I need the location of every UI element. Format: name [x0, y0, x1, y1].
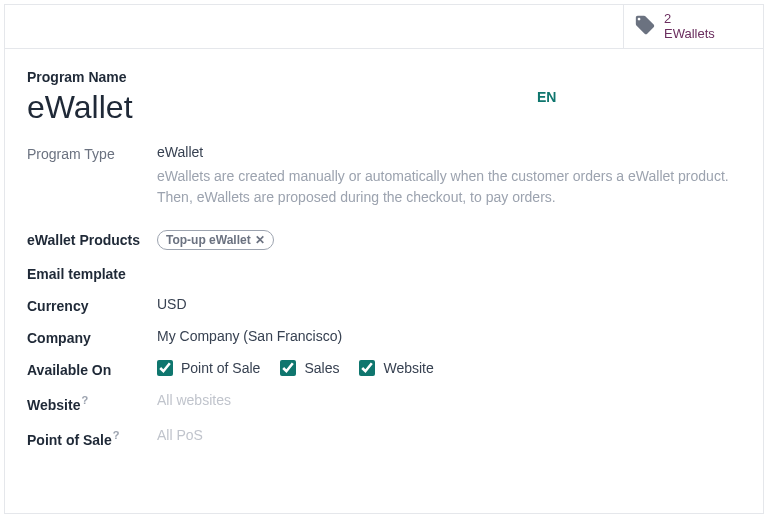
smart-button-label: EWallets	[664, 27, 715, 41]
currency-value[interactable]: USD	[157, 296, 741, 312]
smart-button-count: 2	[664, 12, 715, 26]
program-name-input[interactable]	[27, 89, 497, 126]
program-type-label: Program Type	[27, 144, 157, 162]
checkbox-pos[interactable]	[157, 360, 173, 376]
checkbox-sales[interactable]	[280, 360, 296, 376]
website-field-value[interactable]: All websites	[157, 392, 741, 408]
program-name-label: Program Name	[27, 69, 497, 85]
pos-field-label: Point of Sale?	[27, 427, 157, 448]
tag-remove-icon[interactable]: ✕	[255, 233, 265, 247]
email-template-label: Email template	[27, 264, 157, 282]
language-badge[interactable]: EN	[537, 89, 556, 105]
website-field-label: Website?	[27, 392, 157, 413]
smart-button-ewallets[interactable]: 2 EWallets	[623, 5, 763, 48]
form-header: 2 EWallets	[5, 5, 763, 49]
smart-button-text: 2 EWallets	[664, 12, 715, 41]
help-icon[interactable]: ?	[81, 394, 88, 406]
checkbox-website[interactable]	[359, 360, 375, 376]
company-label: Company	[27, 328, 157, 346]
currency-label: Currency	[27, 296, 157, 314]
available-on-label: Available On	[27, 360, 157, 378]
help-icon[interactable]: ?	[113, 429, 120, 441]
product-tag[interactable]: Top-up eWallet ✕	[157, 230, 274, 250]
program-type-help: eWallets are created manually or automat…	[157, 166, 741, 208]
program-type-value: eWallet	[157, 144, 741, 160]
checkbox-pos-label: Point of Sale	[181, 360, 260, 376]
form-body: Program Name EN Program Type eWallet eWa…	[5, 49, 763, 481]
checkbox-sales-label: Sales	[304, 360, 339, 376]
pos-field-value[interactable]: All PoS	[157, 427, 741, 443]
tags-icon	[634, 14, 656, 39]
ewallet-products-label: eWallet Products	[27, 230, 157, 248]
company-value[interactable]: My Company (San Francisco)	[157, 328, 741, 344]
product-tag-label: Top-up eWallet	[166, 233, 251, 247]
checkbox-website-label: Website	[383, 360, 433, 376]
form-card: 2 EWallets Program Name EN Program Type …	[4, 4, 764, 514]
